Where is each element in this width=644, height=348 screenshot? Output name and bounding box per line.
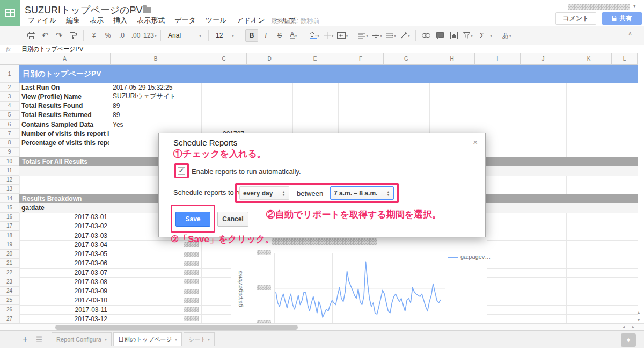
column-header-I[interactable]: I (475, 53, 521, 65)
cell-A26[interactable]: 2017-03-11 (21, 305, 107, 314)
text-color-button[interactable]: A▾ (287, 29, 300, 42)
column-header-K[interactable]: K (566, 53, 612, 65)
filter-icon[interactable]: ▾ (462, 29, 474, 42)
cell-B24-blurred-value[interactable] (184, 289, 199, 294)
row-header-7[interactable]: 7 (0, 129, 19, 138)
tab-menu-caret-icon[interactable]: ▾ (105, 337, 107, 342)
row-header-26[interactable]: 26 (0, 305, 19, 314)
row-header-23[interactable]: 23 (0, 277, 19, 286)
insert-link-icon[interactable] (420, 29, 433, 42)
menu-item-2[interactable]: 表示 (85, 15, 108, 25)
merge-cells-button[interactable]: ▾ (336, 29, 349, 42)
undo-icon[interactable]: ↶ (39, 29, 52, 42)
cell-A18[interactable]: 2017-03-03 (21, 231, 107, 240)
row-header-15[interactable]: 15 (0, 203, 19, 212)
cell-A5[interactable]: Total Results Returned (21, 111, 109, 120)
collapse-toolbar-icon[interactable]: ∧ (628, 30, 632, 37)
format-currency-button[interactable]: ¥ (87, 29, 100, 42)
fill-color-button[interactable]: ▾ (308, 29, 321, 42)
redo-icon[interactable]: ↷ (53, 29, 65, 42)
cell-A22[interactable]: 2017-03-07 (21, 268, 107, 277)
sheet-tab-sheet1[interactable]: シート1▾ (184, 332, 215, 346)
row-header-2[interactable]: 2 (0, 83, 19, 92)
row-header-25[interactable]: 25 (0, 296, 19, 305)
column-header-L[interactable]: L (612, 53, 638, 65)
cell-B5[interactable]: 89 (113, 111, 200, 120)
font-size-select[interactable]: 12▾ (213, 29, 237, 42)
row-header-20[interactable]: 20 (0, 250, 19, 259)
paint-format-icon[interactable] (67, 29, 79, 42)
row-header-4[interactable]: 4 (0, 102, 19, 111)
text-wrap-button[interactable]: ▾ (385, 29, 398, 42)
vertical-align-button[interactable]: ▾ (371, 29, 384, 42)
functions-button[interactable]: Σ (475, 29, 488, 42)
menu-item-7[interactable]: アドオン (232, 15, 269, 25)
cell-A17[interactable]: 2017-03-02 (21, 222, 107, 231)
row-header-24[interactable]: 24 (0, 287, 19, 296)
column-header-G[interactable]: G (384, 53, 429, 65)
italic-button[interactable]: I (259, 29, 272, 42)
row-header-6[interactable]: 6 (0, 120, 19, 129)
borders-button[interactable]: ▾ (322, 29, 335, 42)
star-icon[interactable]: ☆ (130, 5, 137, 15)
cell-B23-blurred-value[interactable] (184, 279, 199, 284)
horizontal-align-button[interactable]: ▾ (357, 29, 370, 42)
scroll-up-arrow[interactable]: ▴ (638, 310, 640, 315)
folder-icon[interactable] (143, 7, 151, 13)
bold-button[interactable]: B (245, 29, 258, 42)
corner-box[interactable] (0, 53, 19, 65)
tab-menu-caret-icon[interactable]: ▾ (208, 337, 210, 342)
formula-input[interactable]: 日別のトップページPV (17, 45, 83, 53)
cell-A20[interactable]: 2017-03-05 (21, 250, 107, 259)
cell-B27-blurred-value[interactable] (184, 316, 199, 321)
row-header-9[interactable]: 9 (0, 148, 19, 157)
menu-item-3[interactable]: 挿入 (109, 15, 131, 25)
cell-B22-blurred-value[interactable] (184, 270, 199, 275)
row-header-5[interactable]: 5 (0, 111, 19, 120)
row-header-27[interactable]: 27 (0, 314, 19, 323)
cell-A15[interactable]: ga:date (21, 203, 109, 212)
cell-A7[interactable]: Number of visits this report is base (21, 129, 109, 138)
column-header-B[interactable]: B (111, 53, 201, 65)
last-edit-status[interactable]: 最終編集: 数秒前 (271, 17, 320, 26)
row-header-3[interactable]: 3 (0, 92, 19, 101)
all-sheets-button[interactable]: ☰ (33, 334, 45, 345)
cell-B6[interactable]: Yes (113, 120, 200, 129)
column-header-J[interactable]: J (521, 53, 566, 65)
menu-item-4[interactable]: 表示形式 (133, 15, 169, 25)
row-header-13[interactable]: 13 (0, 185, 19, 194)
print-icon[interactable] (25, 29, 38, 42)
increase-decimal-button[interactable]: .00 (129, 29, 142, 42)
font-family-select[interactable]: Arial▾ (165, 29, 204, 42)
explore-button[interactable]: ✦ (621, 334, 636, 347)
save-button[interactable]: Save (175, 212, 210, 227)
column-header-E[interactable]: E (292, 53, 338, 65)
cell-B25-blurred-value[interactable] (184, 298, 199, 303)
column-header-F[interactable]: F (338, 53, 384, 65)
decrease-decimal-button[interactable]: .0 (115, 29, 128, 42)
enable-reports-checkbox[interactable]: ✓ (178, 167, 185, 175)
time-range-select[interactable]: 7 a.m. – 8 a.m.▲▼ (330, 186, 394, 200)
cell-A8[interactable]: Percentage of visits this report is b (21, 139, 109, 148)
cell-B3[interactable]: SUZURIウェブサイト (113, 92, 200, 101)
cell-B2[interactable]: 2017-05-29 15:32:25 (113, 83, 200, 92)
input-tools-button[interactable]: あ▾ (500, 29, 513, 42)
row-header-21[interactable]: 21 (0, 259, 19, 268)
scroll-down-arrow[interactable]: ▾ (638, 317, 640, 322)
column-header-C[interactable]: C (201, 53, 247, 65)
row-header-18[interactable]: 18 (0, 231, 19, 240)
cell-A4[interactable]: Total Results Found (21, 102, 109, 111)
frequency-select[interactable]: every day▲▼ (239, 186, 289, 200)
account-name-blurred[interactable] (568, 4, 630, 10)
cell-A21[interactable]: 2017-03-06 (21, 259, 107, 268)
row-header-11[interactable]: 11 (0, 166, 19, 175)
scrollbar-thumb[interactable] (55, 325, 298, 330)
row-header-19[interactable]: 19 (0, 240, 19, 249)
row-header-16[interactable]: 16 (0, 213, 19, 222)
row-header-10[interactable]: 10 (0, 157, 19, 166)
cell-B21-blurred-value[interactable] (184, 261, 199, 266)
format-percent-button[interactable]: % (101, 29, 114, 42)
row-header-22[interactable]: 22 (0, 268, 19, 277)
add-sheet-button[interactable]: + (19, 334, 31, 345)
menu-item-0[interactable]: ファイル (24, 15, 61, 25)
